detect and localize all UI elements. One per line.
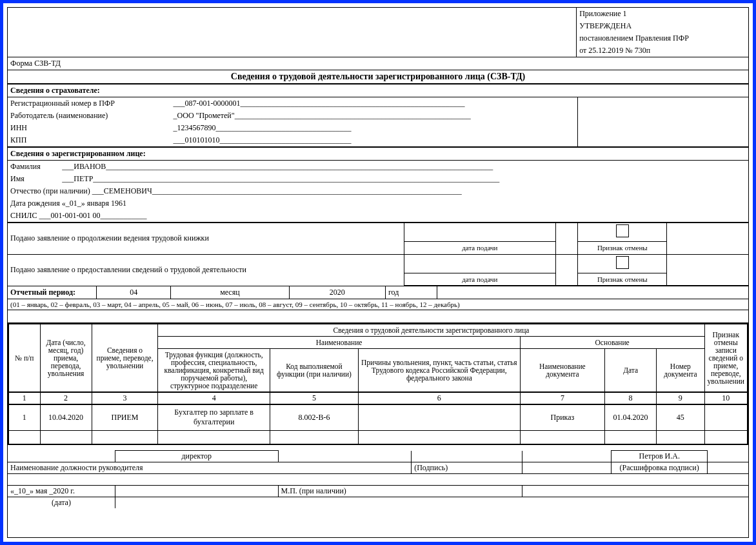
n4: 4 [158,392,270,404]
cancel-hint-2: Признак отмены [578,273,667,286]
period-section: Отчетный период: 04 месяц 2020 год (01 –… [8,286,748,323]
year-label: год [385,286,437,299]
person-section: Сведения о зарегистрированном лице: Фами… [8,147,748,223]
firstname-label: Имя [8,173,59,185]
snils-value: ___001-001-001 00____________ [39,211,146,220]
n5: 5 [270,392,358,404]
n10: 10 [704,392,748,404]
cancel-hint-1: Признак отмены [578,242,667,255]
document-frame: Приложение 1 УТВЕРЖДЕНА постановлением П… [0,0,756,545]
patronymic-label: Отчество (при наличии) [10,186,90,195]
n6: 6 [358,392,520,404]
table-row: 1 10.04.2020 ПРИЕМ Бухгалтер по зарплате… [8,404,748,430]
col-2: Дата (число, месяц, год) приема, перевод… [40,324,92,392]
appendix: Приложение 1 [577,8,748,20]
n8: 8 [605,392,657,404]
approved-date: от 25.12.2019 № 730п [577,45,748,57]
n9: 9 [657,392,704,404]
app2-label: Подано заявление о предоставлении сведен… [8,254,404,286]
col-9: Номер документа [657,349,704,393]
date-hint-2: дата подачи [404,273,555,286]
snils-label: СНИЛС [10,211,37,220]
signature-section: директор Петров И.А. Наименование должно… [8,450,748,508]
approved: УТВЕРЖДЕНА [577,20,748,32]
cell-1: 1 [8,404,40,430]
form-code: Форма СЗВ-ТД [8,57,748,70]
inn-label: ИНН [8,122,171,134]
cell-3: ПРИЕМ [92,404,158,430]
firstname-value: ___ПЕТР_________________________________… [59,173,748,185]
year-value: 2020 [289,286,385,299]
birth-label: Дата рождения «_01_» января 1961 [8,197,748,210]
header-main: Сведения о трудовой деятельности зарегис… [158,324,704,337]
cancel-box-2 [578,254,667,273]
stamp-label: М.П. (при наличии) [278,486,522,497]
col-10: Признак отмены записи сведений о приеме,… [704,324,748,392]
patronymic-value: ___СЕМЕНОВИЧ____________________________… [92,186,462,195]
col-1: № п/п [8,324,40,392]
date-hint-1: дата подачи [404,242,555,255]
col-5: Код выполняемой функции (при наличии) [270,349,358,393]
person-title: Сведения о зарегистрированном лице: [8,148,748,161]
col-7: Наименование документа [520,349,604,393]
cancel-box-1 [578,223,667,242]
col-3: Сведения о приеме, переводе, увольнении [92,324,158,392]
period-label: Отчетный период: [8,286,97,299]
cell-6 [358,404,520,430]
position-label: Наименование должности руководителя [8,462,412,474]
lastname-label: Фамилия [8,161,59,173]
lastname-value: ___ИВАНОВ_______________________________… [59,161,748,173]
table-row-empty [8,430,748,444]
sign-date-hint: (дата) [8,497,115,509]
app1-label: Подано заявление о продолжении ведения т… [8,223,404,255]
n2: 2 [40,392,92,404]
month-value: 04 [97,286,171,299]
decipher-value: Петров И.А. [612,451,708,462]
employer-value: _ООО "Прометей"_________________________… [171,110,519,122]
period-legend: (01 – январь, 02 – февраль, 03 – март, 0… [8,299,748,310]
col-6: Причины увольнения, пункт, часть статьи,… [358,349,520,393]
reg-label: Регистрационный номер в ПФР [8,97,171,110]
header-name: Наименование [158,337,520,349]
sign-label: (Подпись) [412,462,522,474]
approved-by: постановлением Правления ПФР [577,32,748,45]
cell-7: Приказ [520,404,604,430]
document-body: Приложение 1 УТВЕРЖДЕНА постановлением П… [7,7,749,538]
doc-title: Сведения о трудовой деятельности зарегис… [8,70,748,84]
applications-section: Подано заявление о продолжении ведения т… [8,223,748,286]
insurer-section: Сведения о страхователе: Регистрационный… [8,84,748,147]
cell-2: 10.04.2020 [40,404,92,430]
col-4: Трудовая функция (должность, профессия, … [158,349,270,393]
reg-value: ___087-001-0000001______________________… [171,97,519,110]
kpp-value: ___010101010____________________________… [171,134,519,147]
cell-4: Бухгалтер по зарплате в бухгалтерии [158,404,270,430]
n1: 1 [8,392,40,404]
header-basis: Основание [520,337,704,349]
n7: 7 [520,392,604,404]
cell-8: 01.04.2020 [605,404,657,430]
employer-label: Работодатель (наименование) [8,110,171,122]
month-label: месяц [171,286,290,299]
inn-value: _1234567890_____________________________… [171,122,519,134]
cell-5: 8.002-В-6 [270,404,358,430]
cell-10 [704,404,748,430]
header-table: Приложение 1 УТВЕРЖДЕНА постановлением П… [8,8,748,84]
col-8: Дата [605,349,657,393]
decipher-label: (Расшифровка подписи) [612,462,708,474]
sign-date-line: «_10_» мая _2020 г. [8,486,115,497]
activity-table: № п/п Дата (число, месяц, год) приема, п… [8,323,748,445]
position-value: директор [115,451,278,462]
insurer-title: Сведения о страхователе: [8,84,748,97]
n3: 3 [92,392,158,404]
cell-9: 45 [657,404,704,430]
kpp-label: КПП [8,134,171,147]
